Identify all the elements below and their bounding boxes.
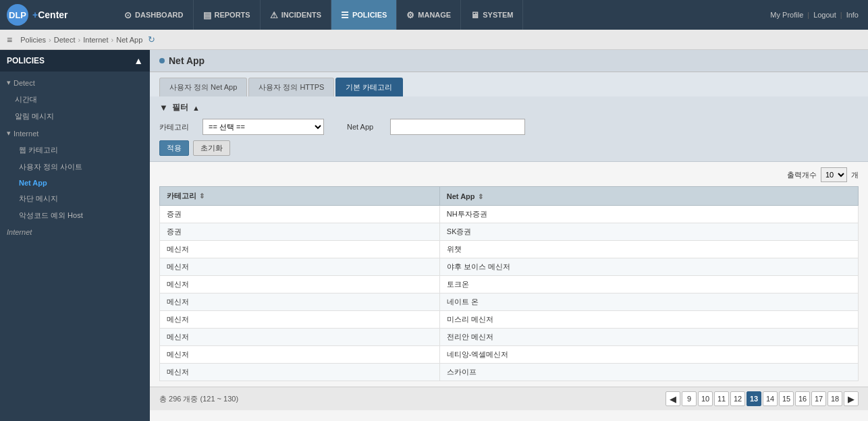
pagination-page-btn[interactable]: 14 — [763, 391, 778, 406]
category-filter-label: 카테고리 — [159, 122, 193, 132]
sidebar-title: POLICIES — [7, 56, 45, 65]
reports-nav-label: REPORTS — [215, 11, 250, 19]
sidebar-item-block-message[interactable]: 차단 메시지 — [0, 190, 150, 207]
col-header-category[interactable]: 카테고리⇕ — [160, 187, 440, 206]
top-nav: DLP +Center ⊙DASHBOARD▤REPORTS⚠INCIDENTS… — [0, 0, 868, 30]
sidebar-item-alert-message[interactable]: 알림 메시지 — [0, 108, 150, 125]
pagination-page-btn[interactable]: 17 — [811, 391, 826, 406]
table-section: 출력개수 10 20 50 개 카테고리⇕Net App⇕ 증권NH투자증권증권… — [150, 162, 868, 387]
dashboard-nav-icon: ⊙ — [124, 10, 132, 20]
cell-category-8: 메신저 — [160, 346, 440, 364]
cell-netapp-9: 스카이프 — [439, 364, 858, 381]
cell-netapp-1: SK증권 — [439, 223, 858, 241]
table-row: 메신저위챗 — [160, 241, 859, 258]
nav-right: My Profile | Logout | Info — [761, 11, 868, 19]
apply-button[interactable]: 적용 — [159, 140, 189, 156]
netapp-filter-input[interactable] — [390, 119, 525, 135]
sidebar: POLICIES ▲ ▾ Detect 시간대 알림 메시지 ▾ Interne… — [0, 50, 150, 421]
sidebar-item-timezone[interactable]: 시간대 — [0, 91, 150, 108]
pagination-page-btn[interactable]: 16 — [795, 391, 810, 406]
reports-nav-icon: ▤ — [203, 10, 211, 20]
info-link[interactable]: Info — [846, 11, 859, 19]
pagination-page-btn[interactable]: 11 — [714, 391, 729, 406]
output-count-label: 출력개수 — [787, 170, 817, 180]
cell-category-3: 메신저 — [160, 258, 440, 276]
logo-text: +Center — [32, 9, 68, 20]
breadcrumb-internet[interactable]: Internet — [83, 36, 108, 44]
data-table: 카테고리⇕Net App⇕ 증권NH투자증권증권SK증권메신저위챗메신저야후 보… — [159, 186, 859, 381]
tab-basic-category[interactable]: 기본 카테고리 — [335, 78, 402, 96]
pagination-page-btn[interactable]: 18 — [828, 391, 842, 406]
pagination-page-btn[interactable]: 13 — [747, 391, 761, 406]
logo-icon: DLP — [7, 4, 28, 26]
table-row: 메신저미스리 메신저 — [160, 311, 859, 329]
sidebar-item-custom-site[interactable]: 사용자 정의 사이트 — [0, 159, 150, 175]
col-header-netapp[interactable]: Net App⇕ — [439, 187, 858, 206]
sidebar-item-web-category[interactable]: 웹 카테고리 — [0, 142, 150, 159]
filter-section: ▼ 필터 ▲ 카테고리 == 선택 == Net App 적용 초기화 — [150, 96, 868, 162]
pagination-last-btn[interactable]: ▶ — [844, 391, 859, 406]
refresh-icon[interactable]: ↻ — [148, 34, 155, 45]
internet-label: Internet — [13, 130, 38, 138]
detect-arrow-icon: ▾ — [7, 78, 11, 87]
table-row: 메신저스카이프 — [160, 364, 859, 381]
nav-item-manage[interactable]: ⚙MANAGE — [397, 0, 461, 30]
incidents-nav-icon: ⚠ — [270, 10, 278, 20]
cell-netapp-7: 전리안 메신저 — [439, 329, 858, 346]
reset-button[interactable]: 초기화 — [193, 140, 230, 156]
pagination-info: 총 296 개중 (121 ~ 130) — [159, 394, 238, 404]
pagination-page-btn[interactable]: 10 — [698, 391, 713, 406]
policies-nav-label: POLICIES — [352, 11, 387, 19]
cell-netapp-8: 네티앙-엑셀메신저 — [439, 346, 858, 364]
pagination-page-btn[interactable]: 9 — [682, 391, 697, 406]
breadcrumb-policies[interactable]: Policies — [20, 36, 46, 44]
table-body: 증권NH투자증권증권SK증권메신저위챗메신저야후 보이스 메신저메신저토크온메신… — [160, 206, 859, 381]
sidebar-group-detect[interactable]: ▾ Detect — [0, 74, 150, 91]
nav-item-reports[interactable]: ▤REPORTS — [194, 0, 261, 30]
page-title-bar: Net App — [150, 50, 868, 72]
breadcrumb-detect[interactable]: Detect — [54, 36, 76, 44]
pagination-first-btn[interactable]: ◀ — [666, 391, 680, 406]
nav-item-incidents[interactable]: ⚠INCIDENTS — [261, 0, 331, 30]
tab-custom-https[interactable]: 사용자 정의 HTTPS — [248, 78, 334, 96]
table-row: 증권SK증권 — [160, 223, 859, 241]
pagination-page-btn[interactable]: 15 — [779, 391, 794, 406]
table-row: 메신저토크온 — [160, 276, 859, 293]
system-nav-label: SYSTEM — [483, 11, 513, 19]
my-profile-link[interactable]: My Profile — [770, 11, 803, 19]
pagination-page-btn[interactable]: 12 — [730, 391, 745, 406]
breadcrumb-netapp[interactable]: Net App — [116, 36, 142, 44]
filter-row: 카테고리 == 선택 == Net App — [159, 119, 859, 135]
dashboard-nav-label: DASHBOARD — [135, 11, 184, 19]
filter-actions: 적용 초기화 — [159, 140, 859, 156]
cell-category-1: 증권 — [160, 223, 440, 241]
manage-nav-icon: ⚙ — [406, 10, 414, 20]
output-count-select[interactable]: 10 20 50 — [821, 167, 847, 182]
nav-item-policies[interactable]: ☰POLICIES — [331, 0, 397, 30]
nav-items: ⊙DASHBOARD▤REPORTS⚠INCIDENTS☰POLICIES⚙MA… — [115, 0, 761, 30]
detect-label: Detect — [13, 79, 35, 87]
sidebar-item-malware-host[interactable]: 악성코드 예외 Host — [0, 207, 150, 224]
nav-item-dashboard[interactable]: ⊙DASHBOARD — [115, 0, 194, 30]
cell-netapp-4: 토크온 — [439, 276, 858, 293]
sort-icon: ⇕ — [478, 193, 483, 200]
cell-category-6: 메신저 — [160, 311, 440, 329]
tab-custom-netapp[interactable]: 사용자 정의 Net App — [159, 78, 247, 96]
sidebar-group-internet[interactable]: ▾ Internet — [0, 125, 150, 142]
table-row: 메신저네이트 온 — [160, 293, 859, 311]
cell-category-0: 증권 — [160, 206, 440, 223]
cell-netapp-6: 미스리 메신저 — [439, 311, 858, 329]
logout-link[interactable]: Logout — [813, 11, 836, 19]
pagination-pages: ◀9101112131415161718▶ — [666, 391, 859, 406]
sidebar-header: POLICIES ▲ — [0, 50, 150, 72]
main-layout: POLICIES ▲ ▾ Detect 시간대 알림 메시지 ▾ Interne… — [0, 50, 868, 421]
filter-toggle-icon[interactable]: ▲ — [192, 104, 200, 112]
category-filter-select[interactable]: == 선택 == — [202, 119, 324, 135]
menu-toggle-icon[interactable]: ≡ — [7, 34, 12, 45]
sort-icon: ⇕ — [199, 192, 205, 200]
table-row: 증권NH투자증권 — [160, 206, 859, 223]
nav-item-system[interactable]: 🖥SYSTEM — [461, 0, 523, 30]
sidebar-collapse-icon[interactable]: ▲ — [134, 55, 143, 66]
cell-category-4: 메신저 — [160, 276, 440, 293]
sidebar-item-net-app[interactable]: Net App — [0, 175, 150, 190]
